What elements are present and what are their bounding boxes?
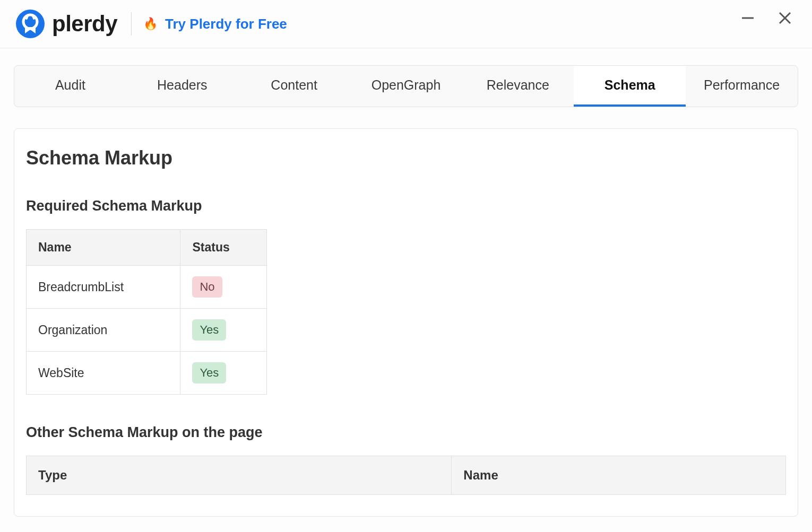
table-header-row: Name Status — [27, 230, 267, 266]
tab-performance[interactable]: Performance — [686, 66, 798, 107]
cell-status: Yes — [180, 309, 267, 352]
app-header: plerdy 🔥 Try Plerdy for Free — [0, 0, 812, 48]
separator — [131, 12, 132, 36]
tab-schema[interactable]: Schema — [574, 66, 686, 107]
other-section-title: Other Schema Markup on the page — [26, 424, 786, 441]
tab-content[interactable]: Content — [238, 66, 350, 107]
table-row: BreadcrumbList No — [27, 266, 267, 309]
col-name: Name — [27, 230, 180, 266]
cell-name: BreadcrumbList — [27, 266, 180, 309]
tab-relevance[interactable]: Relevance — [462, 66, 574, 107]
close-icon[interactable] — [778, 11, 792, 27]
plerdy-logo-icon — [16, 10, 45, 38]
cell-status: Yes — [180, 352, 267, 395]
try-free-link[interactable]: Try Plerdy for Free — [165, 16, 287, 32]
col-name: Name — [452, 456, 786, 495]
status-badge: Yes — [192, 362, 226, 383]
table-row: Organization Yes — [27, 309, 267, 352]
status-badge: Yes — [192, 319, 226, 341]
brand-name: plerdy — [52, 11, 117, 37]
other-schema-table: Type Name — [26, 456, 786, 495]
fire-icon: 🔥 — [143, 18, 158, 30]
tab-audit[interactable]: Audit — [14, 66, 126, 107]
col-status: Status — [180, 230, 267, 266]
minimize-icon[interactable] — [741, 11, 755, 27]
tab-headers[interactable]: Headers — [126, 66, 238, 107]
cell-status: No — [180, 266, 267, 309]
brand-logo[interactable]: plerdy — [16, 10, 117, 38]
col-type: Type — [27, 456, 452, 495]
status-badge: No — [192, 276, 222, 298]
tab-opengraph[interactable]: OpenGraph — [350, 66, 462, 107]
page-title: Schema Markup — [26, 147, 786, 169]
required-section-title: Required Schema Markup — [26, 198, 786, 214]
main-card: Schema Markup Required Schema Markup Nam… — [14, 128, 798, 517]
table-row: WebSite Yes — [27, 352, 267, 395]
cell-name: WebSite — [27, 352, 180, 395]
window-controls — [741, 11, 796, 27]
tabs-bar: Audit Headers Content OpenGraph Relevanc… — [14, 65, 798, 107]
required-schema-table: Name Status BreadcrumbList No Organizati… — [26, 229, 267, 395]
table-header-row: Type Name — [27, 456, 786, 495]
cell-name: Organization — [27, 309, 180, 352]
